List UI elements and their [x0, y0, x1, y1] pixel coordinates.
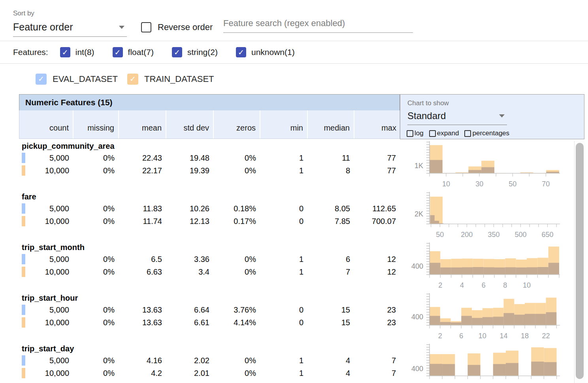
type-filter-label: string(2) [187, 47, 218, 57]
chart-type-value: Standard [407, 110, 446, 121]
stat-cell-count: 5,000 [26, 255, 73, 264]
stat-cell-mean: 13.63 [119, 318, 166, 327]
chevron-down-icon [499, 114, 505, 118]
chart-option-log[interactable]: log [407, 129, 424, 137]
chart-option-checkbox[interactable] [464, 130, 471, 137]
dataset-checkbox[interactable]: ✓ [127, 74, 138, 85]
stat-cell-count: 5,000 [26, 305, 73, 315]
dataset-toggle-train_dataset[interactable]: ✓TRAIN_DATASET [127, 74, 214, 85]
feature-block-pickup_community_area: pickup_community_area5,0000%22.4319.480%… [19, 139, 400, 190]
sort-by-label: Sort by [13, 9, 34, 17]
type-filter-int8[interactable]: ✓int(8) [60, 47, 94, 57]
chart-option-checkbox[interactable] [429, 130, 436, 137]
x-axis-tick-label: 650 [541, 231, 553, 239]
chart-option-checkbox[interactable] [407, 130, 413, 137]
column-header-zeros: zeros [214, 110, 260, 138]
reverse-order-checkbox[interactable] [141, 22, 151, 32]
numeric-features-section: Numeric Features (15) countmissingmeanst… [0, 94, 588, 383]
histogram-bar [537, 267, 548, 275]
chart-option-expand[interactable]: expand [429, 129, 459, 137]
x-axis-tick-label: 4 [460, 281, 464, 289]
dataset-color-chip [22, 267, 25, 277]
stats-row-eval_dataset: 5,0000%6.53.360%1612 [19, 253, 400, 265]
feature-name: trip_start_day [19, 341, 400, 354]
type-filter-checkbox[interactable]: ✓ [172, 47, 182, 57]
features-label: Features: [13, 47, 48, 57]
stat-cell-missing: 0% [73, 255, 119, 264]
vertical-scrollbar-track[interactable] [574, 141, 585, 383]
type-filter-checkbox[interactable]: ✓ [113, 47, 123, 57]
vertical-scrollbar-thumb[interactable] [576, 143, 584, 379]
x-axis-tick-label: 6 [482, 281, 486, 289]
stat-cell-min: 1 [260, 369, 307, 378]
type-filter-checkbox[interactable]: ✓ [60, 47, 70, 57]
dataset-color-chip [22, 153, 25, 163]
feature-histogram-trip_start_day: 400 [400, 342, 570, 383]
stat-cell-median: 7.85 [307, 217, 354, 226]
check-icon: ✓ [174, 49, 180, 56]
x-axis-tick-label: 350 [488, 231, 499, 239]
column-header-max: max [354, 110, 400, 138]
stat-cell-std-dev: 6.64 [166, 305, 213, 315]
dataset-checkbox[interactable]: ✓ [36, 74, 47, 85]
feature-search-input[interactable] [223, 18, 413, 33]
histogram-bar [546, 312, 557, 325]
histogram-bar [430, 215, 434, 224]
histogram-bar [481, 167, 494, 173]
x-axis-tick-label: 50 [436, 231, 444, 239]
stat-cell-min: 1 [260, 267, 307, 277]
stat-cell-zeros: 4.14% [213, 318, 260, 327]
stat-cell-median: 4 [307, 369, 354, 378]
column-header-missing: missing [74, 110, 119, 138]
dataset-color-chip [22, 254, 25, 264]
y-axis-label: 400 [411, 313, 423, 321]
reverse-order-label: Reverse order [158, 22, 213, 32]
x-axis-tick-label: 30 [475, 180, 483, 188]
x-axis-tick-label: 8 [503, 281, 507, 289]
chart-type-select[interactable]: Standard [407, 110, 507, 125]
histogram-bar [472, 318, 482, 325]
x-axis-tick-label: 10 [523, 281, 531, 289]
column-header-std-dev: std dev [166, 110, 214, 138]
chart-option-percentages[interactable]: percentages [464, 129, 509, 137]
histogram-bar [451, 267, 462, 275]
x-axis-tick-label: 6 [459, 332, 463, 340]
stat-cell-max: 12 [354, 255, 400, 264]
histogram-bar [430, 160, 443, 173]
histogram-bar [506, 363, 518, 376]
histogram-svg: 4002610141822 [400, 292, 570, 342]
stat-cell-missing: 0% [73, 204, 119, 213]
sort-by-select[interactable]: Feature order [13, 21, 127, 37]
stat-cell-std-dev: 2.01 [166, 369, 213, 378]
type-filter-checkbox[interactable]: ✓ [236, 47, 246, 57]
stat-cell-zeros: 0% [213, 255, 260, 264]
histogram-bar [435, 221, 439, 224]
histogram-bar [461, 316, 472, 325]
dataset-color-chip [22, 203, 25, 214]
chart-option-label: expand [437, 129, 459, 137]
histogram-bar [527, 267, 537, 275]
histogram-svg: 400246810 [400, 241, 570, 292]
column-header-median: median [308, 110, 354, 138]
stat-cell-std-dev: 10.26 [166, 204, 213, 213]
dataset-color-chip [22, 317, 25, 328]
type-filter-float7[interactable]: ✓float(7) [113, 47, 154, 57]
histogram-bar [484, 267, 494, 275]
type-filter-unknown1[interactable]: ✓unknown(1) [236, 47, 295, 57]
stat-cell-median: 15 [307, 318, 354, 327]
stat-cell-max: 77 [354, 166, 400, 175]
x-axis-tick-label: 2 [438, 332, 442, 340]
stat-cell-median: 7 [307, 267, 354, 277]
stat-cell-count: 5,000 [26, 356, 73, 365]
stat-cell-max: 7 [354, 369, 400, 378]
histogram-bar [514, 315, 525, 325]
stat-cell-mean: 22.43 [119, 154, 166, 163]
type-filter-string2[interactable]: ✓string(2) [172, 47, 218, 57]
histogram-bar [531, 362, 544, 376]
stat-cell-max: 12 [354, 267, 400, 277]
stat-cell-mean: 22.17 [119, 166, 166, 175]
dataset-toggle-eval_dataset[interactable]: ✓EVAL_DATASET [36, 74, 118, 85]
stats-row-eval_dataset: 5,0000%11.8310.260.18%08.05112.65 [19, 202, 400, 215]
stat-cell-missing: 0% [73, 154, 119, 163]
y-axis-label: 400 [411, 262, 423, 270]
